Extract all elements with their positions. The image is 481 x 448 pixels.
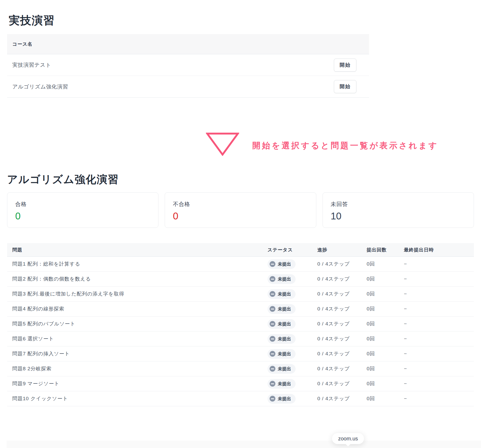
stat-card-fail: 不合格 0 bbox=[165, 192, 316, 228]
minus-circle-icon bbox=[270, 336, 275, 342]
last-submitted-cell: − bbox=[404, 396, 469, 402]
bottom-strip bbox=[7, 441, 481, 448]
status-badge: 未提出 bbox=[268, 319, 296, 329]
last-submitted-cell: − bbox=[404, 366, 469, 372]
course-row: アルゴリズム強化演習 開始 bbox=[7, 76, 369, 97]
status-badge: 未提出 bbox=[268, 394, 296, 404]
status-badge: 未提出 bbox=[268, 334, 296, 344]
down-triangle-icon bbox=[206, 132, 239, 156]
submissions-cell: 0回 bbox=[367, 395, 404, 402]
start-button[interactable]: 開始 bbox=[334, 80, 356, 93]
minus-circle-icon bbox=[270, 291, 275, 297]
problem-row[interactable]: 問題1 配列：総和を計算する 未提出 0 / 4ステップ 0回 − bbox=[7, 257, 474, 272]
problem-row[interactable]: 問題10 クイックソート 未提出 0 / 4ステップ 0回 − bbox=[7, 391, 474, 406]
problem-row[interactable]: 問題3 配列.最後に増加した配列の添え字を取得 未提出 0 / 4ステップ 0回… bbox=[7, 287, 474, 302]
progress-cell: 0 / 4ステップ bbox=[317, 261, 367, 267]
status-label: 未提出 bbox=[278, 366, 291, 372]
problem-title: 問題8 2分岐探索 bbox=[12, 365, 268, 372]
course-detail-title: アルゴリズム強化演習 bbox=[7, 172, 474, 187]
course-row: 実技演習テスト 開始 bbox=[7, 54, 369, 76]
minus-circle-icon bbox=[270, 306, 275, 312]
problem-title: 問題9 マージソート bbox=[12, 380, 268, 387]
course-name: アルゴリズム強化演習 bbox=[12, 83, 68, 90]
submissions-cell: 0回 bbox=[367, 291, 404, 297]
progress-cell: 0 / 4ステップ bbox=[317, 335, 367, 342]
minus-circle-icon bbox=[270, 396, 275, 402]
last-submitted-cell: − bbox=[404, 261, 469, 267]
status-label: 未提出 bbox=[278, 291, 291, 297]
course-table: コース名 実技演習テスト 開始 アルゴリズム強化演習 開始 bbox=[7, 34, 369, 98]
submissions-cell: 0回 bbox=[367, 305, 404, 312]
stat-value: 0 bbox=[15, 211, 150, 222]
progress-cell: 0 / 4ステップ bbox=[317, 395, 367, 402]
progress-cell: 0 / 4ステップ bbox=[317, 380, 367, 387]
status-badge: 未提出 bbox=[268, 259, 296, 269]
submissions-cell: 0回 bbox=[367, 380, 404, 387]
status-label: 未提出 bbox=[278, 321, 291, 327]
last-submitted-cell: − bbox=[404, 291, 469, 297]
last-submitted-cell: − bbox=[404, 321, 469, 327]
minus-circle-icon bbox=[270, 261, 275, 267]
minus-circle-icon bbox=[270, 351, 275, 357]
stat-label: 不合格 bbox=[173, 201, 308, 208]
status-label: 未提出 bbox=[278, 336, 291, 342]
col-header-last-submitted: 最終提出日時 bbox=[404, 247, 469, 253]
stat-label: 合格 bbox=[15, 201, 150, 208]
problem-row[interactable]: 問題6 選択ソート 未提出 0 / 4ステップ 0回 − bbox=[7, 331, 474, 346]
page-title: 実技演習 bbox=[9, 13, 474, 28]
submissions-cell: 0回 bbox=[367, 276, 404, 282]
stats-row: 合格 0 不合格 0 未回答 10 bbox=[7, 192, 474, 228]
problem-row[interactable]: 問題7 配列の挿入ソート 未提出 0 / 4ステップ 0回 − bbox=[7, 346, 474, 361]
problems-table: 問題 ステータス 進捗 提出回数 最終提出日時 問題1 配列：総和を計算する 未… bbox=[7, 243, 474, 406]
stat-value: 0 bbox=[173, 211, 308, 222]
last-submitted-cell: − bbox=[404, 306, 469, 312]
minus-circle-icon bbox=[270, 381, 275, 387]
submissions-cell: 0回 bbox=[367, 261, 404, 267]
col-header-problem: 問題 bbox=[12, 247, 268, 253]
stat-card-unanswered: 未回答 10 bbox=[323, 192, 474, 228]
minus-circle-icon bbox=[270, 321, 275, 327]
status-label: 未提出 bbox=[278, 261, 291, 267]
progress-cell: 0 / 4ステップ bbox=[317, 320, 367, 327]
course-table-header: コース名 bbox=[7, 34, 369, 54]
status-badge: 未提出 bbox=[268, 289, 296, 299]
status-label: 未提出 bbox=[278, 276, 291, 282]
problem-row[interactable]: 問題9 マージソート 未提出 0 / 4ステップ 0回 − bbox=[7, 376, 474, 391]
stat-card-pass: 合格 0 bbox=[7, 192, 158, 228]
callout-text: 開始を選択すると問題一覧が表示されます bbox=[252, 140, 439, 151]
stat-label: 未回答 bbox=[331, 201, 466, 208]
problem-title: 問題4 配列の線形探索 bbox=[12, 305, 268, 312]
col-header-progress: 進捗 bbox=[317, 247, 367, 253]
progress-cell: 0 / 4ステップ bbox=[317, 305, 367, 312]
problem-title: 問題7 配列の挿入ソート bbox=[12, 350, 268, 357]
problem-row[interactable]: 問題4 配列の線形探索 未提出 0 / 4ステップ 0回 − bbox=[7, 302, 474, 317]
problem-title: 問題6 選択ソート bbox=[12, 335, 268, 342]
status-badge: 未提出 bbox=[268, 304, 296, 314]
stat-value: 10 bbox=[331, 211, 466, 222]
status-badge: 未提出 bbox=[268, 349, 296, 359]
col-header-status: ステータス bbox=[268, 247, 317, 253]
submissions-cell: 0回 bbox=[367, 350, 404, 357]
last-submitted-cell: − bbox=[404, 381, 469, 387]
col-header-submissions: 提出回数 bbox=[367, 247, 404, 253]
problem-title: 問題10 クイックソート bbox=[12, 395, 268, 402]
problem-row[interactable]: 問題8 2分岐探索 未提出 0 / 4ステップ 0回 − bbox=[7, 361, 474, 376]
problem-row[interactable]: 問題2 配列：偶数の個数を数える 未提出 0 / 4ステップ 0回 − bbox=[7, 272, 474, 287]
callout: 開始を選択すると問題一覧が表示されます bbox=[206, 132, 474, 156]
status-label: 未提出 bbox=[278, 396, 291, 402]
problems-table-header: 問題 ステータス 進捗 提出回数 最終提出日時 bbox=[7, 243, 474, 257]
last-submitted-cell: − bbox=[404, 276, 469, 282]
progress-cell: 0 / 4ステップ bbox=[317, 350, 367, 357]
status-badge: 未提出 bbox=[268, 274, 296, 284]
problem-row[interactable]: 問題5 配列のバブルソート 未提出 0 / 4ステップ 0回 − bbox=[7, 317, 474, 331]
minus-circle-icon bbox=[270, 366, 275, 372]
last-submitted-cell: − bbox=[404, 351, 469, 357]
problem-title: 問題1 配列：総和を計算する bbox=[12, 261, 268, 267]
status-badge: 未提出 bbox=[268, 364, 296, 374]
progress-cell: 0 / 4ステップ bbox=[317, 291, 367, 297]
zoom-us-badge: zoom.us bbox=[332, 433, 364, 444]
problem-title: 問題5 配列のバブルソート bbox=[12, 320, 268, 327]
start-button[interactable]: 開始 bbox=[334, 59, 356, 72]
status-label: 未提出 bbox=[278, 381, 291, 387]
status-badge: 未提出 bbox=[268, 379, 296, 389]
